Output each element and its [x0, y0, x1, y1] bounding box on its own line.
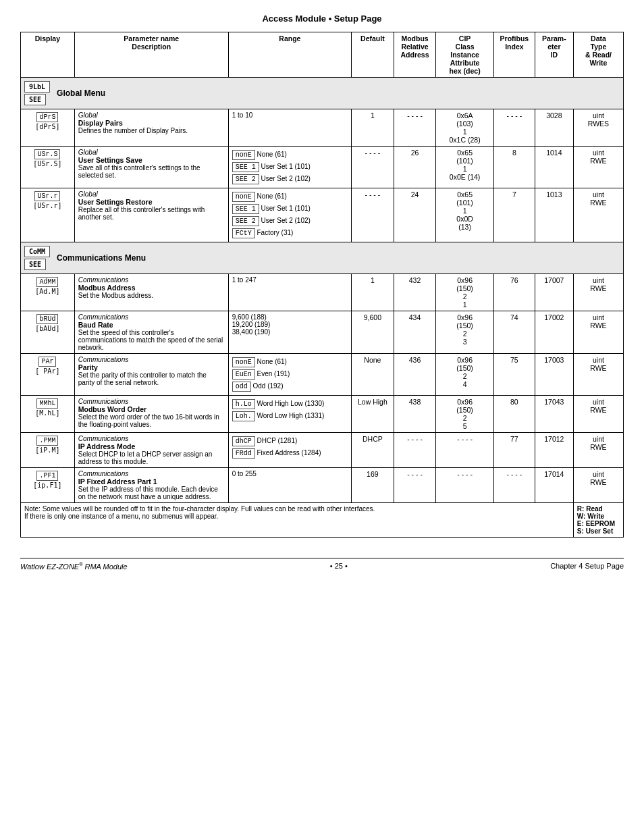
col-cip: CIPClassInstanceAttributehex (dec): [436, 32, 493, 78]
col-profibus: ProfibusIndex: [493, 32, 535, 78]
display-cell: .PMM [iP.M]: [21, 433, 75, 468]
param-description-cell: Global User Settings Save Save all of th…: [74, 147, 228, 188]
cip-cell: - - - -: [436, 433, 493, 468]
cip-cell: 0x96(150)23: [436, 311, 493, 354]
table-row: PAr [ PAr] Communications Parity Set the…: [21, 354, 624, 396]
modbus-cell: - - - -: [394, 433, 436, 468]
range-cell: 1 to 10: [228, 109, 351, 147]
default-cell: - - - -: [352, 147, 394, 188]
modbus-cell: 26: [394, 147, 436, 188]
range-cell: dhCP DHCP (1281)FRdd Fixed Address (1284…: [228, 433, 351, 468]
range-cell: 1 to 247: [228, 274, 351, 311]
range-cell: 0 to 255: [228, 468, 351, 503]
param-id-cell: 17043: [535, 396, 573, 433]
data-type-cell: uintRWES: [573, 109, 623, 147]
range-cell: nonE None (61)EuEn Even (191)odd Odd (19…: [228, 354, 351, 396]
modbus-cell: 438: [394, 396, 436, 433]
data-type-cell: uintRWE: [573, 433, 623, 468]
param-id-cell: 1013: [535, 188, 573, 242]
table-row: USr.S [USr.S] Global User Settings Save …: [21, 147, 624, 188]
display-cell: USr.S [USr.S]: [21, 147, 75, 188]
cip-cell: 0x96(150)25: [436, 396, 493, 433]
profibus-cell: 77: [493, 433, 535, 468]
col-display: Display: [21, 32, 75, 78]
profibus-cell: 80: [493, 396, 535, 433]
modbus-cell: 432: [394, 274, 436, 311]
param-description-cell: Communications Modbus Address Set the Mo…: [74, 274, 228, 311]
param-description-cell: Communications IP Fixed Address Part 1 S…: [74, 468, 228, 503]
cip-cell: 0x96(150)24: [436, 354, 493, 396]
profibus-cell: 7: [493, 188, 535, 242]
data-type-cell: uintRWE: [573, 311, 623, 354]
col-range: Range: [228, 32, 351, 78]
param-id-cell: 17014: [535, 468, 573, 503]
param-id-cell: 17002: [535, 311, 573, 354]
table-row: bRUd [bAUd] Communications Baud Rate Set…: [21, 311, 624, 354]
profibus-cell: - - - -: [493, 468, 535, 503]
data-type-cell: uintRWE: [573, 147, 623, 188]
display-cell: MMhL [M.hL]: [21, 396, 75, 433]
table-row: dPrS [dPrS] Global Display Pairs Defines…: [21, 109, 624, 147]
param-id-cell: 3028: [535, 109, 573, 147]
footer-center: • 25 •: [330, 562, 348, 570]
col-param: Parameter nameDescription: [74, 32, 228, 78]
param-description-cell: Communications Parity Set the parity of …: [74, 354, 228, 396]
table-row: MMhL [M.hL] Communications Modbus Word O…: [21, 396, 624, 433]
footer: Watlow EZ-ZONE® RMA Module • 25 • Chapte…: [20, 558, 624, 571]
table-row: .PF1 [ip.F1] Communications IP Fixed Add…: [21, 468, 624, 503]
display-cell: dPrS [dPrS]: [21, 109, 75, 147]
main-table: Display Parameter nameDescription Range …: [20, 32, 624, 538]
data-type-cell: uintRWE: [573, 354, 623, 396]
param-description-cell: Communications Baud Rate Set the speed o…: [74, 311, 228, 354]
col-default: Default: [352, 32, 394, 78]
section-row: CoMM SEE Communications Menu: [21, 242, 624, 274]
cip-cell: 0x96(150)21: [436, 274, 493, 311]
cip-cell: 0x65(101)10x0D(13): [436, 188, 493, 242]
cip-cell: 0x65(101)10x0E (14): [436, 147, 493, 188]
modbus-cell: 24: [394, 188, 436, 242]
param-id-cell: 17012: [535, 433, 573, 468]
param-id-cell: 17003: [535, 354, 573, 396]
profibus-cell: 75: [493, 354, 535, 396]
data-type-cell: uintRWE: [573, 396, 623, 433]
param-id-cell: 1014: [535, 147, 573, 188]
modbus-cell: - - - -: [394, 109, 436, 147]
footer-right: Chapter 4 Setup Page: [550, 562, 624, 570]
default-cell: None: [352, 354, 394, 396]
display-cell: AdMM [Ad.M]: [21, 274, 75, 311]
col-modbus: ModbusRelativeAddress: [394, 32, 436, 78]
default-cell: 1: [352, 109, 394, 147]
modbus-cell: 436: [394, 354, 436, 396]
param-description-cell: Global User Settings Restore Replace all…: [74, 188, 228, 242]
table-row: AdMM [Ad.M] Communications Modbus Addres…: [21, 274, 624, 311]
range-cell: nonE None (61)SEE 1 User Set 1 (101)SEE …: [228, 188, 351, 242]
col-paramid: Param-eterID: [535, 32, 573, 78]
display-cell: USr.r [USr.r]: [21, 188, 75, 242]
cip-cell: 0x6A(103)10x1C (28): [436, 109, 493, 147]
range-cell: 9,600 (188)19,200 (189)38,400 (190): [228, 311, 351, 354]
profibus-cell: 74: [493, 311, 535, 354]
default-cell: 1: [352, 274, 394, 311]
default-cell: Low High: [352, 396, 394, 433]
param-description-cell: Global Display Pairs Defines the number …: [74, 109, 228, 147]
default-cell: DHCP: [352, 433, 394, 468]
param-id-cell: 17007: [535, 274, 573, 311]
legend-cell: R: ReadW: WriteE: EEPROMS: User Set: [573, 503, 623, 538]
profibus-cell: - - - -: [493, 109, 535, 147]
range-cell: nonE None (61)SEE 1 User Set 1 (101)SEE …: [228, 147, 351, 188]
default-cell: - - - -: [352, 188, 394, 242]
profibus-cell: 8: [493, 147, 535, 188]
col-datatype: DataType& Read/Write: [573, 32, 623, 78]
page-header: Access Module • Setup Page: [20, 14, 624, 24]
modbus-cell: 434: [394, 311, 436, 354]
range-cell: h.Lo Word High Low (1330)Loh. Word Low H…: [228, 396, 351, 433]
data-type-cell: uintRWE: [573, 274, 623, 311]
profibus-cell: 76: [493, 274, 535, 311]
footer-left: Watlow EZ-ZONE® RMA Module: [20, 562, 128, 571]
cip-cell: - - - -: [436, 468, 493, 503]
data-type-cell: uintRWE: [573, 188, 623, 242]
data-type-cell: uintRWE: [573, 468, 623, 503]
modbus-cell: - - - -: [394, 468, 436, 503]
display-cell: .PF1 [ip.F1]: [21, 468, 75, 503]
display-cell: bRUd [bAUd]: [21, 311, 75, 354]
